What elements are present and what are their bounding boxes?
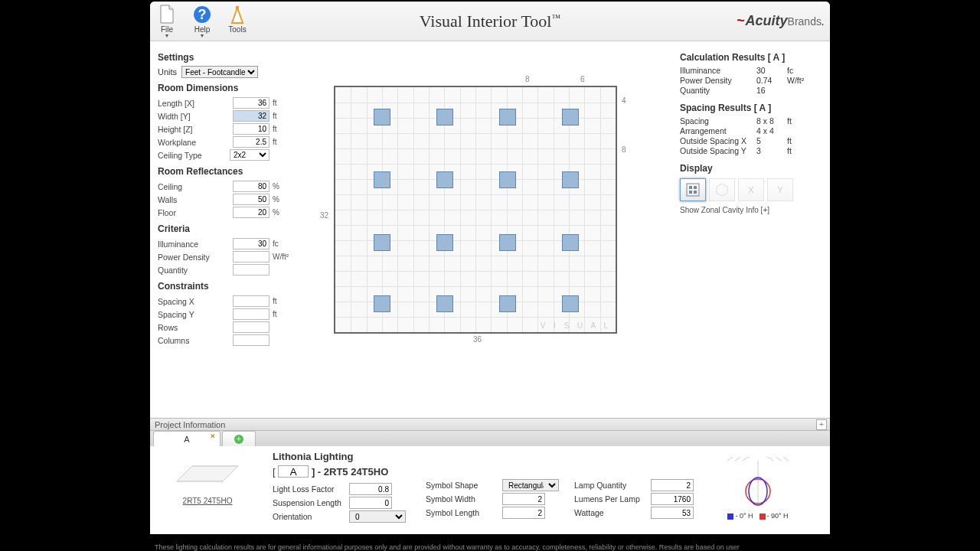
fp2-input-1[interactable] xyxy=(502,493,545,505)
calc-unit-1: W/ft² xyxy=(787,76,822,85)
settings-panel: Settings Units Feet - Footcandles Room D… xyxy=(150,41,296,418)
fixture[interactable] xyxy=(499,295,516,312)
room-dim-input-1[interactable] xyxy=(233,110,270,122)
fixture-tab-a[interactable]: A ✕ xyxy=(153,431,220,446)
close-icon[interactable]: ✕ xyxy=(210,432,217,440)
crit-label-1: Power Density xyxy=(158,253,233,262)
room-dim-label-3: Workplane xyxy=(158,138,233,147)
room-canvas[interactable]: V I S U A L xyxy=(334,86,617,334)
spacing-val-3: 3 xyxy=(756,146,787,155)
room-dim-label-2: Height [Z] xyxy=(158,125,233,134)
fp1-label-2: Orientation xyxy=(273,512,349,521)
crit-input-2[interactable] xyxy=(233,264,270,276)
fixture[interactable] xyxy=(562,109,579,126)
project-info-bar[interactable]: Project Information + xyxy=(150,418,830,431)
spacing-val-0: 8 x 8 xyxy=(756,116,787,126)
room-view: 32 36 8 6 4 8 V I S U A L xyxy=(296,41,677,418)
constr-input-2[interactable] xyxy=(233,321,270,333)
legend-90h: - 90° H xyxy=(760,512,789,520)
display-plan-button[interactable] xyxy=(680,178,706,201)
crit-label-0: Illuminance xyxy=(158,240,233,249)
spacing-unit-3: ft xyxy=(787,146,822,155)
fp1-input-2[interactable]: 0 xyxy=(349,510,406,523)
crit-unit-0: fc xyxy=(270,240,292,248)
dim-top-a: 8 xyxy=(525,75,530,83)
refl-unit-2: % xyxy=(270,208,292,217)
plus-icon: + xyxy=(234,435,243,444)
fp1-input-1[interactable] xyxy=(349,497,392,509)
refl-input-0[interactable] xyxy=(233,181,270,192)
room-dim-unit-3: ft xyxy=(270,138,292,146)
fp3-label-1: Lumens Per Lamp xyxy=(574,494,651,504)
room-dim-input-2[interactable] xyxy=(233,123,270,135)
spacing-unit-0: ft xyxy=(787,116,822,126)
fixture[interactable] xyxy=(436,171,453,188)
fp2-input-0[interactable]: Rectangular xyxy=(502,479,559,491)
dim-top-b: 6 xyxy=(580,75,585,83)
tools-menu[interactable]: Tools xyxy=(227,4,248,38)
dim-right-b: 8 xyxy=(622,145,626,154)
fixture[interactable] xyxy=(374,295,390,312)
room-dim-input-3[interactable] xyxy=(233,136,270,148)
room-dim-header: Room Dimensions xyxy=(158,83,292,93)
spacing-label-1: Arrangement xyxy=(680,126,756,135)
svg-rect-2 xyxy=(236,6,239,9)
fixture-tabs: A ✕ + xyxy=(150,431,830,446)
fixture[interactable] xyxy=(562,295,579,312)
fp1-input-0[interactable] xyxy=(349,483,392,495)
room-dim-unit-1: ft xyxy=(270,112,292,120)
fixture[interactable] xyxy=(374,171,390,188)
spacing-val-1: 4 x 4 xyxy=(756,126,787,135)
display-x-button[interactable]: X xyxy=(738,178,764,201)
fixture-brand: Lithonia Lighting xyxy=(273,451,410,462)
expand-icon[interactable]: + xyxy=(816,419,827,430)
fixture[interactable] xyxy=(374,109,390,126)
fixture[interactable] xyxy=(436,295,453,312)
toolbar: File▼ ? Help▼ Tools Visual Interior Tool… xyxy=(150,2,830,41)
crit-input-0[interactable] xyxy=(233,238,270,249)
display-3d-button[interactable] xyxy=(709,178,735,201)
fixture[interactable] xyxy=(499,234,516,251)
calc-val-2: 16 xyxy=(756,86,787,95)
fixture[interactable] xyxy=(436,234,453,251)
refl-input-2[interactable] xyxy=(233,207,270,218)
fixture[interactable] xyxy=(499,109,516,126)
help-icon: ? xyxy=(191,4,213,25)
refl-label-2: Floor xyxy=(158,208,233,217)
constr-input-1[interactable] xyxy=(233,308,270,320)
fp3-label-2: Wattage xyxy=(574,508,651,517)
fp3-input-2[interactable] xyxy=(651,507,694,519)
fixture[interactable] xyxy=(436,109,453,126)
crit-input-1[interactable] xyxy=(233,251,270,262)
calc-label-0: Illuminance xyxy=(680,66,756,75)
units-select[interactable]: Feet - Footcandles xyxy=(181,66,258,78)
help-menu[interactable]: ? Help▼ xyxy=(191,4,213,38)
results-panel: Calculation Results [ A ] Illuminance 30… xyxy=(677,41,830,418)
constr-input-3[interactable] xyxy=(233,334,270,346)
fp2-input-2[interactable] xyxy=(502,507,545,519)
ceiling-type-select[interactable]: 2x2 xyxy=(230,149,270,161)
fp1-label-0: Light Loss Factor xyxy=(273,484,349,494)
fixture-code-input[interactable] xyxy=(278,465,309,478)
fp1-label-1: Suspension Length xyxy=(273,498,349,507)
luminaire-link[interactable]: 2RT5 24T5HO xyxy=(183,497,233,505)
fixture[interactable] xyxy=(499,171,516,188)
spacing-unit-2: ft xyxy=(787,136,822,145)
fp3-input-1[interactable] xyxy=(651,493,694,505)
fixture[interactable] xyxy=(374,234,390,251)
room-dim-input-0[interactable] xyxy=(233,97,270,109)
zonal-link[interactable]: Show Zonal Cavity Info [+] xyxy=(680,206,822,214)
refl-unit-0: % xyxy=(270,182,292,191)
fp2-label-2: Symbol Length xyxy=(426,508,502,517)
display-y-button[interactable]: Y xyxy=(767,178,793,201)
refl-input-1[interactable] xyxy=(233,194,270,205)
fixture[interactable] xyxy=(562,171,579,188)
room-dim-unit-0: ft xyxy=(270,99,292,107)
fp3-input-0[interactable] xyxy=(651,479,694,491)
spacing-label-0: Spacing xyxy=(680,116,756,126)
fixture[interactable] xyxy=(562,234,579,251)
constr-input-0[interactable] xyxy=(233,295,270,307)
constr-label-3: Columns xyxy=(158,336,233,345)
add-fixture-tab[interactable]: + xyxy=(222,431,256,446)
file-menu[interactable]: File▼ xyxy=(156,4,178,38)
